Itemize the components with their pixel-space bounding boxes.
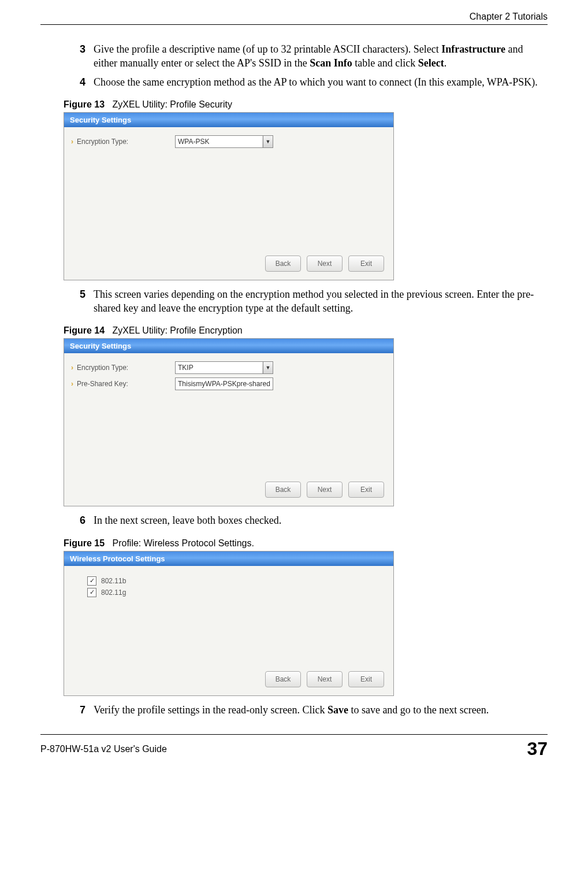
step-4: 4 Choose the same encryption method as t…: [75, 75, 548, 89]
chapter-label: Chapter 2 Tutorials: [470, 12, 548, 22]
header-rule: [40, 24, 548, 25]
guide-title: P-870HW-51a v2 User's Guide: [40, 744, 167, 754]
checkbox-label-80211b: 802.11b: [101, 577, 126, 585]
bullet-icon: ›: [71, 364, 73, 372]
encryption-type-select-fig14[interactable]: [175, 361, 273, 374]
step-7: 7 Verify the profile settings in the rea…: [75, 703, 548, 717]
step-7-number: 7: [75, 703, 85, 717]
figure-15-window: Wireless Protocol Settings ✓ 802.11b ✓ 8…: [64, 551, 394, 696]
dropdown-arrow-icon[interactable]: ▼: [263, 135, 273, 148]
figure-13-window: Security Settings ›Encryption Type: ▼ Ba…: [64, 112, 394, 280]
checkbox-80211b[interactable]: ✓: [87, 576, 96, 586]
preshared-key-label: ›Pre-Shared Key:: [71, 380, 175, 388]
step-3-number: 3: [75, 42, 85, 56]
step-4-text: Choose the same encryption method as the…: [94, 75, 548, 89]
next-button[interactable]: Next: [307, 256, 343, 272]
encryption-type-label-fig14: ›Encryption Type:: [71, 364, 175, 372]
exit-button[interactable]: Exit: [348, 256, 384, 272]
figure-14-window: Security Settings ›Encryption Type: ▼ ›P…: [64, 338, 394, 506]
bullet-icon: ›: [71, 380, 73, 388]
step-7-text: Verify the profile settings in the read-…: [94, 703, 548, 717]
figure-14-caption: Figure 14 ZyXEL Utility: Profile Encrypt…: [64, 325, 548, 336]
encryption-type-label: ›Encryption Type:: [71, 138, 175, 146]
checkbox-row-80211b: ✓ 802.11b: [87, 576, 384, 586]
figure-13-caption: Figure 13 ZyXEL Utility: Profile Securit…: [64, 99, 548, 110]
step-4-number: 4: [75, 75, 85, 89]
exit-button[interactable]: Exit: [348, 671, 384, 687]
page-number: 37: [527, 738, 548, 760]
step-6-number: 6: [75, 513, 85, 527]
figure-13-titlebar: Security Settings: [64, 113, 393, 127]
figure-15-caption: Figure 15 Profile: Wireless Protocol Set…: [64, 538, 548, 549]
next-button[interactable]: Next: [307, 482, 343, 498]
step-5-number: 5: [75, 287, 85, 301]
footer-rule: [40, 734, 548, 735]
checkbox-80211g[interactable]: ✓: [87, 588, 96, 597]
checkbox-label-80211g: 802.11g: [101, 588, 126, 597]
step-5-text: This screen varies depending on the encr…: [94, 287, 548, 316]
back-button[interactable]: Back: [265, 671, 301, 687]
dropdown-arrow-icon[interactable]: ▼: [263, 361, 273, 374]
step-6-text: In the next screen, leave both boxes che…: [94, 513, 548, 527]
next-button[interactable]: Next: [307, 671, 343, 687]
figure-14-titlebar: Security Settings: [64, 339, 393, 353]
back-button[interactable]: Back: [265, 256, 301, 272]
figure-15-titlebar: Wireless Protocol Settings: [64, 551, 393, 566]
encryption-type-select-fig13[interactable]: [175, 135, 273, 148]
bullet-icon: ›: [71, 138, 73, 146]
back-button[interactable]: Back: [265, 482, 301, 498]
exit-button[interactable]: Exit: [348, 482, 384, 498]
step-6: 6 In the next screen, leave both boxes c…: [75, 513, 548, 527]
step-3: 3 Give the profile a descriptive name (o…: [75, 42, 548, 71]
page-header: Chapter 2 Tutorials: [40, 12, 548, 24]
preshared-key-input[interactable]: [175, 377, 273, 390]
page-footer: P-870HW-51a v2 User's Guide 37: [40, 738, 548, 760]
step-3-text: Give the profile a descriptive name (of …: [94, 42, 548, 71]
step-5: 5 This screen varies depending on the en…: [75, 287, 548, 316]
checkbox-row-80211g: ✓ 802.11g: [87, 588, 384, 597]
